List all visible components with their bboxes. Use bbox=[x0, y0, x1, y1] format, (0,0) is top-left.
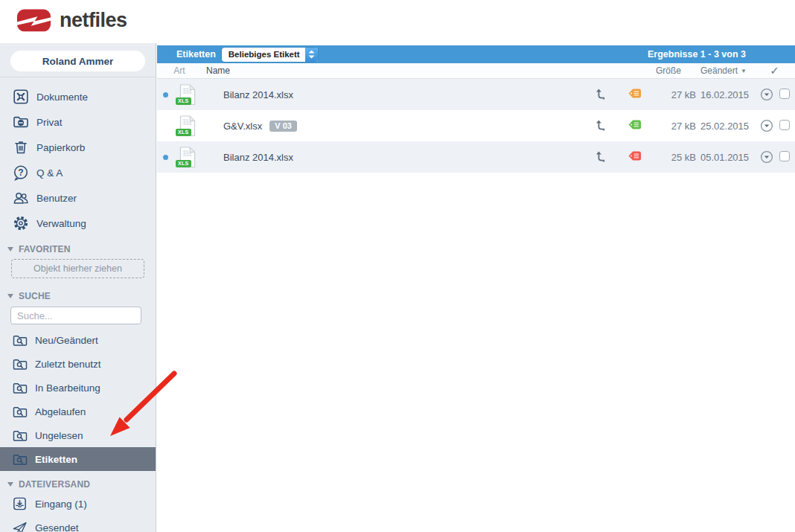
table-row[interactable]: XLS Bilanz 2014.xlsx 27 kB bbox=[157, 79, 795, 110]
unread-dot bbox=[163, 155, 168, 160]
search-folder-icon bbox=[12, 381, 28, 394]
label-filter-select[interactable]: Beliebiges Etikett bbox=[222, 48, 318, 62]
search-input[interactable] bbox=[10, 307, 141, 324]
sidebar-item-gesendet[interactable]: Gesendet bbox=[0, 516, 156, 532]
search-folder-icon bbox=[12, 452, 28, 466]
file-size: 27 kB bbox=[655, 89, 696, 100]
netfiles-logo-icon bbox=[16, 7, 52, 33]
sidebar-item-label: Neu/Geändert bbox=[35, 335, 98, 346]
sidebar-item-label: Papierkorb bbox=[36, 142, 85, 153]
favorites-section-header[interactable]: FAVORITEN bbox=[0, 242, 156, 257]
select-stepper-icon bbox=[305, 48, 318, 62]
collapse-icon bbox=[7, 247, 13, 251]
sidebar-item-dokumente[interactable]: Dokumente bbox=[0, 84, 156, 109]
jump-to-folder-icon[interactable] bbox=[592, 118, 622, 134]
sidebar-item-benutzer[interactable]: Benutzer bbox=[0, 185, 156, 211]
collapse-icon bbox=[7, 482, 13, 487]
file-name[interactable]: Bilanz 2014.xlsx bbox=[223, 152, 293, 163]
tag-icon bbox=[628, 88, 642, 99]
column-header-groesse[interactable]: Größe bbox=[655, 65, 696, 76]
sidebar-item-in-bearbeitung[interactable]: In Bearbeitung bbox=[0, 376, 156, 400]
netfiles-app: netfiles Roland Ammer Dokumente bbox=[0, 0, 795, 532]
sidebar-item-label: Abgelaufen bbox=[35, 406, 86, 417]
file-modified-date: 25.02.2015 bbox=[696, 121, 754, 132]
tag-icon bbox=[628, 150, 642, 161]
sidebar-item-verwaltung[interactable]: Verwaltung bbox=[0, 211, 156, 236]
column-header-name[interactable]: Name bbox=[202, 65, 655, 76]
paper-plane-icon bbox=[12, 521, 28, 532]
main-content: Etiketten Beliebiges Etikett Ergebnisse … bbox=[157, 43, 795, 532]
xls-file-icon: XLS bbox=[179, 115, 197, 137]
column-header-art[interactable]: Art bbox=[157, 65, 202, 76]
favorites-dropzone[interactable]: Objekt hierher ziehen bbox=[11, 259, 144, 278]
users-icon bbox=[12, 190, 29, 207]
collapse-icon bbox=[7, 294, 13, 298]
jump-to-folder-icon[interactable] bbox=[592, 150, 622, 165]
sidebar-item-label: Ungelesen bbox=[35, 430, 83, 441]
search-section-header[interactable]: SUCHE bbox=[0, 289, 156, 304]
label-filter-value: Beliebiges Etikett bbox=[222, 50, 305, 59]
file-name[interactable]: G&V.xlsx bbox=[223, 121, 262, 132]
sidebar-item-qa[interactable]: ? Q & A bbox=[0, 160, 156, 185]
file-modified-date: 05.01.2015 bbox=[696, 152, 754, 163]
sidebar-item-neu-geaendert[interactable]: Neu/Geändert bbox=[0, 328, 156, 352]
row-menu-button[interactable] bbox=[754, 150, 779, 164]
sidebar-item-privat[interactable]: Privat bbox=[0, 109, 156, 135]
sidebar-item-label: In Bearbeitung bbox=[35, 382, 100, 394]
file-type-badge: XLS bbox=[176, 97, 191, 105]
xls-file-icon: XLS bbox=[179, 147, 197, 168]
select-all-check-icon[interactable]: ✓ bbox=[754, 64, 795, 77]
sidebar: Roland Ammer Dokumente bbox=[0, 43, 156, 532]
sidebar-item-label: Eingang (1) bbox=[35, 499, 87, 510]
file-size: 25 kB bbox=[655, 152, 696, 163]
search-folder-icon bbox=[12, 357, 28, 371]
jump-to-folder-icon[interactable] bbox=[592, 87, 622, 103]
row-checkbox[interactable] bbox=[779, 151, 790, 161]
sidebar-item-label: Zuletzt benutzt bbox=[35, 359, 101, 370]
unread-dot bbox=[163, 92, 168, 97]
file-type-badge: XLS bbox=[176, 160, 191, 167]
sidebar-item-ungelesen[interactable]: Ungelesen bbox=[0, 423, 156, 447]
sidebar-item-label: Privat bbox=[36, 117, 63, 128]
xls-file-icon: XLS bbox=[179, 84, 197, 106]
question-bubble-icon: ? bbox=[12, 164, 29, 182]
sidebar-item-etiketten[interactable]: Etiketten bbox=[0, 447, 156, 471]
search-folder-icon bbox=[12, 429, 28, 442]
table-row[interactable]: XLS Bilanz 2014.xlsx 25 kB bbox=[157, 141, 795, 173]
brand-name: netfiles bbox=[60, 9, 127, 32]
netfiles-logo: netfiles bbox=[16, 7, 127, 33]
sidebar-item-zuletzt-benutzt[interactable]: Zuletzt benutzt bbox=[0, 352, 156, 376]
row-menu-button[interactable] bbox=[754, 88, 779, 101]
row-checkbox[interactable] bbox=[779, 89, 790, 99]
private-folder-icon bbox=[12, 114, 29, 131]
version-badge: V 03 bbox=[269, 121, 297, 132]
fileshare-section-header[interactable]: DATEIVERSAND bbox=[0, 477, 156, 492]
sidebar-item-abgelaufen[interactable]: Abgelaufen bbox=[0, 400, 156, 423]
toolbar-title: Etiketten bbox=[176, 49, 216, 60]
sidebar-item-label: Etiketten bbox=[35, 454, 77, 465]
sidebar-item-label: Benutzer bbox=[36, 193, 77, 204]
sidebar-item-label: Q & A bbox=[36, 167, 63, 179]
sidebar-item-label: Dokumente bbox=[36, 92, 88, 103]
file-modified-date: 16.02.2015 bbox=[696, 89, 754, 100]
file-name[interactable]: Bilanz 2014.xlsx bbox=[223, 89, 293, 100]
row-checkbox[interactable] bbox=[779, 120, 790, 130]
table-header: Art Name Größe Geändert ▼ ✓ bbox=[157, 63, 795, 79]
search-folder-icon bbox=[12, 333, 28, 347]
file-size: 27 kB bbox=[655, 121, 696, 132]
tag-icon bbox=[628, 119, 642, 130]
sidebar-item-eingang[interactable]: Eingang (1) bbox=[0, 492, 156, 516]
row-menu-button[interactable] bbox=[754, 119, 779, 132]
sidebar-item-label: Gesendet bbox=[35, 522, 79, 532]
user-button[interactable]: Roland Ammer bbox=[10, 51, 145, 71]
table-row[interactable]: XLS G&V.xlsx V 03 27 kB bbox=[157, 110, 795, 141]
app-header: netfiles bbox=[0, 0, 795, 43]
gear-icon bbox=[12, 215, 29, 232]
column-header-geaendert[interactable]: Geändert ▼ bbox=[696, 65, 754, 76]
results-toolbar: Etiketten Beliebiges Etikett Ergebnisse … bbox=[157, 45, 795, 63]
sidebar-item-label: Verwaltung bbox=[36, 218, 86, 229]
svg-text:?: ? bbox=[18, 167, 23, 178]
sidebar-item-papierkorb[interactable]: Papierkorb bbox=[0, 135, 156, 160]
search-folder-icon bbox=[12, 405, 28, 418]
file-type-badge: XLS bbox=[176, 129, 191, 136]
